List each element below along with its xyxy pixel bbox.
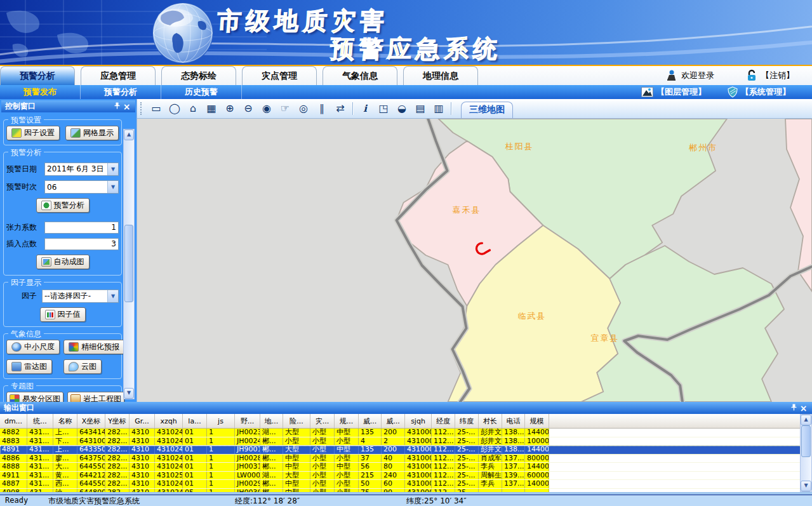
table-cell[interactable]: 1 xyxy=(207,463,235,471)
table-cell[interactable]: 1 xyxy=(207,437,235,446)
table-cell[interactable]: 小型 xyxy=(310,437,335,446)
table-cell[interactable]: 25-... xyxy=(455,446,479,454)
table-cell[interactable]: 4882 xyxy=(0,429,27,437)
table-cell[interactable]: 200 xyxy=(382,429,405,437)
table-cell[interactable]: JH9001 xyxy=(235,446,260,454)
refresh-icon[interactable]: ⇄ xyxy=(334,100,347,117)
table-cell[interactable]: 中型 xyxy=(283,455,310,463)
chevron-down-icon[interactable]: ▼ xyxy=(107,181,118,193)
table-cell[interactable]: 彭井文 xyxy=(479,429,502,437)
table-row-1[interactable]: 4883431...下...643100282...4310431024011J… xyxy=(0,437,801,446)
table-cell[interactable]: 644212 xyxy=(77,472,105,480)
table-cell[interactable]: 431000 xyxy=(405,472,432,480)
table-cell[interactable]: 1 xyxy=(207,455,235,463)
table-cell[interactable]: 25-... xyxy=(455,429,479,437)
table-cell[interactable]: 431000 xyxy=(405,429,432,437)
table-cell[interactable]: 4883 xyxy=(0,437,27,446)
table-cell[interactable]: 小型 xyxy=(335,489,359,493)
column-header-3[interactable]: X坐标 xyxy=(77,414,105,428)
print-icon[interactable]: ▥ xyxy=(432,100,445,117)
table-cell[interactable]: 彭井文 xyxy=(479,446,502,454)
table-cell[interactable]: 中型 xyxy=(335,446,359,454)
pause-icon[interactable]: ∥ xyxy=(316,100,328,117)
table-cell[interactable]: 25-... xyxy=(455,463,479,471)
table-cell[interactable]: 廖... xyxy=(53,455,77,463)
table-cell[interactable]: 282... xyxy=(105,429,130,437)
grid-display-button[interactable]: 网格显示 xyxy=(65,126,119,140)
table-cell[interactable]: 郴... xyxy=(260,437,283,446)
table-cell[interactable]: 643100 xyxy=(77,437,105,446)
table-cell[interactable]: 144000 xyxy=(525,429,549,437)
table-cell[interactable]: 40 xyxy=(382,455,405,463)
table-cell[interactable]: 112... xyxy=(432,446,455,454)
table-cell[interactable]: LW0001 xyxy=(235,472,260,480)
chevron-down-icon[interactable]: ▼ xyxy=(107,163,118,175)
table-cell[interactable]: 中型 xyxy=(335,463,359,471)
table-cell[interactable]: 郴... xyxy=(260,463,283,471)
welcome-login[interactable]: 欢迎登录 xyxy=(665,69,714,82)
table-cell[interactable]: 56 xyxy=(359,463,382,471)
menu-tab-2[interactable]: 态势标绘 xyxy=(161,66,236,85)
table-cell[interactable]: 01 xyxy=(183,455,207,463)
factor-value-button[interactable]: 因子值 xyxy=(40,307,86,322)
table-cell[interactable]: 431... xyxy=(27,446,53,454)
zoom-out-icon[interactable]: ⊖ xyxy=(242,100,255,117)
menu-tab-0[interactable]: 预警分析 xyxy=(0,66,75,85)
table-cell[interactable]: 37 xyxy=(359,455,382,463)
table-cell[interactable]: 431024 xyxy=(155,480,183,488)
table-cell[interactable]: 中型 xyxy=(283,489,310,493)
column-header-6[interactable]: xzqh xyxy=(155,414,183,428)
table-cell[interactable]: 4887 xyxy=(0,480,27,488)
table-cell[interactable]: 01 xyxy=(183,472,207,480)
factor-select[interactable]: --请选择因子- ▼ xyxy=(42,290,119,303)
table-cell[interactable]: 01 xyxy=(183,463,207,471)
table-cell[interactable]: 小型 xyxy=(310,463,335,471)
table-cell[interactable]: 郴... xyxy=(260,446,283,454)
table-cell[interactable]: 431000 xyxy=(405,489,432,493)
table-cell[interactable]: 4911 xyxy=(0,472,27,480)
table-row-5[interactable]: 4911431...黄...644212282...4310431025011L… xyxy=(0,472,801,481)
table-cell[interactable]: 01 xyxy=(183,429,207,437)
table-cell[interactable]: 431000 xyxy=(405,437,432,446)
table-cell[interactable]: 282... xyxy=(105,437,130,446)
table-cell[interactable]: 彭井文 xyxy=(479,437,502,446)
scroll-up-button[interactable]: ▲ xyxy=(801,415,811,425)
map-3d-button[interactable]: 三维地图 xyxy=(461,102,513,118)
subnav-item-0[interactable]: 预警发布 xyxy=(0,85,81,99)
table-cell[interactable]: 油... xyxy=(53,489,77,493)
table-cell[interactable]: 112... xyxy=(432,480,455,488)
table-cell[interactable]: 25-... xyxy=(455,472,479,480)
radar-map-button[interactable]: 雷达图 xyxy=(6,359,52,374)
table-cell[interactable]: 643414 xyxy=(77,429,105,437)
table-cell[interactable]: 240 xyxy=(382,472,405,480)
table-cell[interactable]: JH0030 xyxy=(235,489,260,493)
table-cell[interactable]: 上... xyxy=(53,429,77,437)
column-header-15[interactable]: 威... xyxy=(382,414,405,428)
column-header-19[interactable]: 村长 xyxy=(479,414,502,428)
table-cell[interactable]: 小型 xyxy=(335,455,359,463)
table-cell[interactable]: 431... xyxy=(27,437,53,446)
table-cell[interactable]: 431024 xyxy=(155,489,183,493)
table-cell[interactable]: 144000 xyxy=(525,463,549,471)
table-cell[interactable]: 644550 xyxy=(77,480,105,488)
logout-button[interactable]: 【注销】 xyxy=(746,69,794,82)
export-icon[interactable]: ◳ xyxy=(377,100,390,117)
table-cell[interactable]: JH0031 xyxy=(235,463,260,471)
column-header-7[interactable]: la... xyxy=(183,414,207,428)
table-cell[interactable]: 215 xyxy=(359,472,382,480)
table-cell[interactable]: 138... xyxy=(502,446,525,454)
table-cell[interactable]: 1 xyxy=(207,429,235,437)
table-cell[interactable]: 14000 xyxy=(525,480,549,488)
table-cell[interactable]: 肖成军 xyxy=(479,455,502,463)
table-cell[interactable]: 01 xyxy=(183,480,207,488)
table-cell[interactable]: 431024 xyxy=(155,446,183,454)
table-cell[interactable]: 80000 xyxy=(525,455,549,463)
table-cell[interactable]: 431... xyxy=(27,472,53,480)
meso-scale-button[interactable]: 中小尺度 xyxy=(6,340,60,354)
grid-display-icon[interactable]: ▦ xyxy=(205,100,218,117)
table-cell[interactable]: 431000 xyxy=(405,480,432,488)
zoom-window-icon[interactable]: ◎ xyxy=(297,100,310,117)
table-cell[interactable]: 144000 xyxy=(525,446,549,454)
table-cell[interactable] xyxy=(479,489,502,493)
table-cell[interactable]: 小型 xyxy=(310,446,335,454)
